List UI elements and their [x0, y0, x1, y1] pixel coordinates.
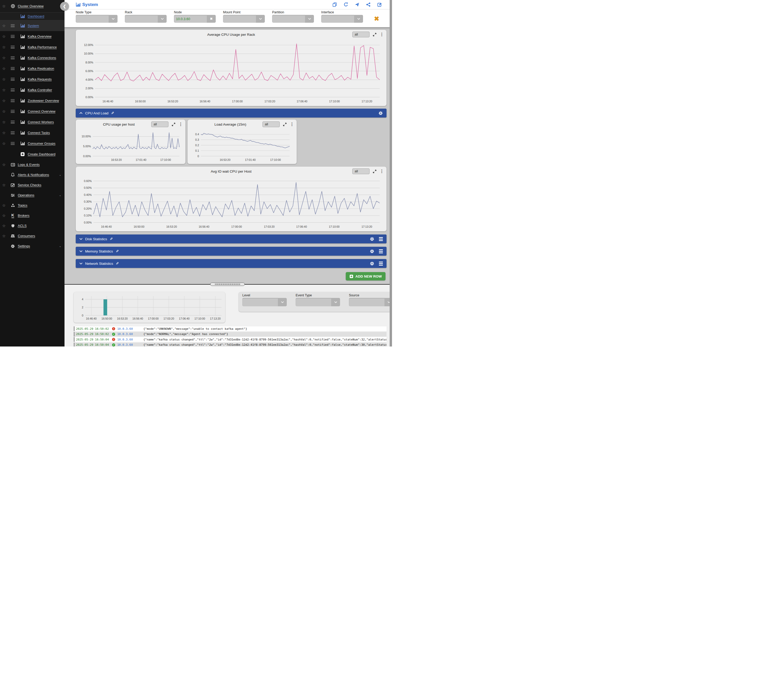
sidebar-item-label[interactable]: Kafka Replication — [28, 67, 54, 71]
series-select[interactable]: all — [262, 122, 280, 127]
drag-handle-icon[interactable] — [8, 67, 17, 70]
sidebar-item-consumer-groups[interactable]: ☆Consumer Groups — [0, 138, 64, 149]
chevron-down-icon[interactable] — [79, 250, 82, 252]
star-icon[interactable]: ☆ — [0, 88, 8, 92]
chevron-down-icon[interactable]: ⌄ — [59, 173, 61, 176]
gear-icon[interactable] — [370, 237, 374, 241]
pencil-icon[interactable]: ✎ — [116, 249, 119, 253]
expand-icon[interactable] — [373, 170, 377, 173]
chevron-down-icon[interactable] — [354, 15, 363, 23]
star-icon[interactable]: ☆ — [0, 213, 8, 218]
star-icon[interactable]: ☆ — [0, 120, 8, 125]
drag-handle-icon[interactable] — [8, 121, 17, 123]
sidebar-item-operations[interactable]: Operations⌄ — [0, 190, 64, 200]
sidebar-collapse-button[interactable]: ❮ — [60, 2, 69, 11]
drag-handle-icon[interactable] — [8, 110, 17, 113]
sidebar-item-label[interactable]: Kafka Controller — [28, 88, 52, 92]
menu-icon[interactable] — [379, 249, 383, 253]
event-type-select[interactable] — [296, 298, 340, 306]
sidebar-item-consumers[interactable]: ☆Consumers — [0, 231, 64, 241]
avg-cpu-rack-chart[interactable]: 0.00%2.00%4.00%6.00%8.00%10.00%12.00%16:… — [78, 39, 384, 104]
drag-handle-icon[interactable] — [8, 56, 17, 59]
sidebar-item-service-checks[interactable]: ☆Service Checks — [0, 180, 64, 190]
drag-handle-icon[interactable] — [8, 78, 17, 81]
section-row-disk-statistics[interactable]: Disk Statistics ✎ — [76, 234, 387, 244]
sidebar-item-label[interactable]: Logs & Events — [18, 163, 40, 166]
sidebar-item-label[interactable]: Brokers — [18, 214, 30, 217]
star-icon[interactable]: ☆ — [0, 162, 8, 167]
gear-icon[interactable] — [370, 262, 374, 266]
sidebar-item-brokers[interactable]: ☆KBrokers — [0, 211, 64, 221]
sidebar-item-connect-overview[interactable]: ☆Connect Overview — [0, 106, 64, 117]
event-log-row[interactable]: 2025-05-29 16:50:04!10.0.3.60{"name":"ka… — [74, 337, 387, 342]
expand-icon[interactable] — [373, 33, 377, 36]
sidebar-item-label[interactable]: Alerts & Notifications — [18, 173, 49, 177]
drag-handle-icon[interactable] — [8, 99, 17, 102]
gear-icon[interactable] — [379, 111, 383, 115]
pencil-icon[interactable]: ✎ — [110, 237, 113, 241]
sidebar-item-create-dashboard[interactable]: Create Dashboard — [0, 149, 64, 160]
sidebar-item-label[interactable]: Topics — [18, 203, 27, 207]
sidebar-item-logs-events[interactable]: ☆Logs & Events — [0, 160, 64, 170]
log-host[interactable]: 10.0.3.60 — [117, 327, 143, 331]
star-icon[interactable]: ☆ — [0, 23, 8, 28]
star-icon[interactable]: ☆ — [0, 224, 8, 228]
section-row-cpu-and-load[interactable]: CPU And Load ✎ — [76, 109, 387, 117]
kebab-menu-icon[interactable]: ⋮ — [290, 122, 294, 127]
sidebar-item-label[interactable]: Operations — [18, 193, 35, 197]
sidebar-item-kafka-performance[interactable]: ☆Kafka Performance — [0, 42, 64, 53]
drag-handle-icon[interactable] — [8, 24, 17, 27]
menu-icon[interactable] — [379, 262, 383, 265]
sidebar-item-label[interactable]: Kafka Performance — [28, 45, 57, 49]
cpu-per-host-chart[interactable]: 0.00%5.00%10.00%16:53:2017:01:4017:10:00 — [78, 128, 183, 162]
sidebar-item-kafka-overview[interactable]: ☆Kafka Overview — [0, 31, 64, 42]
star-icon[interactable]: ☆ — [0, 77, 8, 82]
partition-select[interactable] — [272, 15, 314, 23]
star-icon[interactable]: ☆ — [0, 4, 8, 8]
share-icon[interactable] — [366, 2, 371, 7]
expand-icon[interactable] — [171, 122, 176, 127]
star-icon[interactable]: ☆ — [0, 34, 8, 39]
event-log-row[interactable]: 2025-05-29 16:50:02✓10.0.3.60{"mode":"NO… — [74, 332, 387, 337]
event-log-row[interactable]: 2025-05-29 16:50:02!10.0.3.60{"mode":"UN… — [74, 326, 387, 331]
sidebar-item-label[interactable]: Settings — [18, 244, 30, 248]
drag-handle-icon[interactable] — [8, 142, 17, 145]
pencil-icon[interactable]: ✎ — [116, 262, 119, 265]
chevron-down-icon[interactable] — [79, 238, 82, 240]
sidebar-item-label[interactable]: Connect Workers — [28, 120, 54, 124]
drag-handle-icon[interactable] — [8, 131, 17, 134]
add-new-row-button[interactable]: ADD NEW ROW — [346, 272, 385, 280]
sidebar-group-dashboard[interactable]: Dashboard — [0, 13, 64, 20]
sidebar-item-connect-tasks[interactable]: ☆Connect Tasks — [0, 127, 64, 138]
sidebar-item-label[interactable]: Kafka Connections — [28, 56, 56, 60]
section-row-memory-statistics[interactable]: Memory Statistics ✎ — [76, 247, 387, 256]
chevron-down-icon[interactable] — [256, 15, 265, 23]
chevron-down-icon[interactable] — [158, 15, 166, 23]
chevron-down-icon[interactable] — [278, 298, 287, 306]
chevron-down-icon[interactable] — [305, 15, 314, 23]
level-select[interactable] — [242, 298, 287, 306]
sidebar-item-label[interactable]: Service Checks — [18, 183, 41, 187]
star-icon[interactable]: ☆ — [0, 130, 8, 135]
gear-icon[interactable] — [370, 249, 374, 253]
sidebar-item-topics[interactable]: ☆Topics — [0, 200, 64, 211]
clear-icon[interactable]: ✖ — [207, 15, 216, 23]
sidebar-item-label[interactable]: Cluster Overview — [18, 4, 44, 8]
sidebar-item-label[interactable]: Kafka Overview — [28, 35, 51, 38]
close-filters-icon[interactable]: ✖ — [374, 15, 386, 23]
series-select[interactable]: all — [352, 31, 369, 37]
edit-icon[interactable] — [377, 2, 382, 7]
chevron-down-icon[interactable] — [109, 15, 117, 23]
star-icon[interactable]: ☆ — [0, 203, 8, 208]
chevron-down-icon[interactable]: ⌄ — [59, 194, 61, 197]
kebab-menu-icon[interactable]: ⋮ — [380, 32, 384, 36]
sidebar-item-kafka-connections[interactable]: ☆Kafka Connections — [0, 53, 64, 63]
chevron-down-icon[interactable] — [79, 262, 82, 265]
chevron-up-icon[interactable] — [79, 112, 82, 114]
expand-icon[interactable] — [283, 122, 287, 127]
interface-select[interactable] — [321, 15, 363, 23]
rack-select[interactable] — [125, 15, 166, 23]
series-select[interactable]: all — [352, 168, 369, 174]
drag-handle-icon[interactable] — [8, 89, 17, 91]
kebab-menu-icon[interactable]: ⋮ — [179, 122, 183, 127]
